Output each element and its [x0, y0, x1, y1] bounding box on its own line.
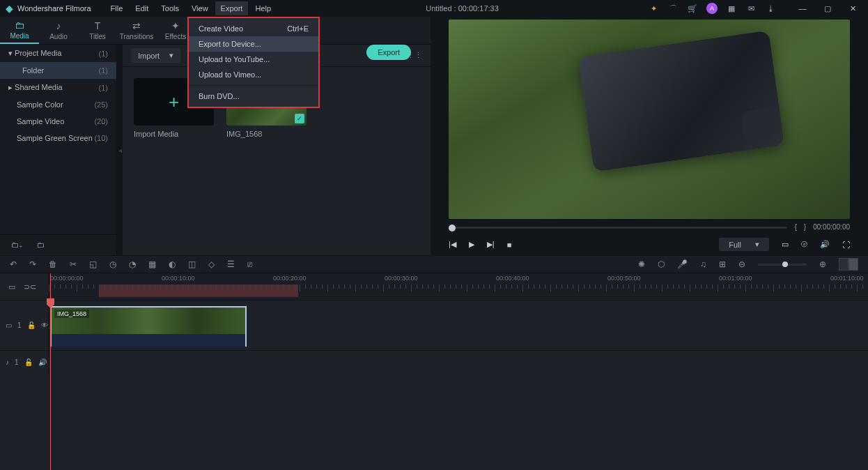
preview-video[interactable]	[449, 20, 850, 219]
video-track: ▭ 1 🔓 👁 IMG_1568	[0, 300, 868, 350]
timeline-menu-icon[interactable]: ▭	[8, 282, 15, 291]
timeline-toolbar: ↶ ↷ 🗑 ✂ ◱ ◷ ◔ ▦ ◐ ◫ ◇ ☰ ⎚ ✺ ⬡ 🎤 ♫ ⊞ ⊖ ⊕	[0, 255, 868, 273]
freeze-button[interactable]: ▦	[148, 259, 156, 269]
music-icon: ♪	[56, 20, 61, 31]
track-audio-icon: ♪	[6, 358, 9, 366]
render-button[interactable]: ✺	[638, 259, 645, 269]
zoom-out-button[interactable]: ⊖	[738, 259, 745, 269]
volume-icon[interactable]: 🔊	[820, 240, 830, 249]
menu-separator	[189, 85, 318, 86]
sidebar-sample-video[interactable]: Sample Video(20)	[0, 113, 116, 130]
download-icon[interactable]: ⭳	[765, 3, 776, 14]
play-button[interactable]: ▶	[469, 240, 474, 249]
menu-export[interactable]: Export	[215, 1, 249, 15]
export-dropdown: Create VideoCtrl+E Export to Device... U…	[187, 17, 320, 108]
export-to-device[interactable]: Export to Device...	[189, 36, 318, 52]
lock-icon[interactable]: 🔓	[27, 321, 36, 329]
audio-track: ♪ 1 🔓 🔊	[0, 350, 868, 374]
save-icon[interactable]: ▦	[726, 3, 737, 14]
tab-media[interactable]: 🗀Media	[0, 17, 39, 44]
user-avatar[interactable]: A	[706, 3, 718, 14]
audio-button[interactable]: ⎚	[247, 259, 252, 269]
delete-button[interactable]: 🗑	[49, 259, 57, 269]
import-dropdown[interactable]: Import▾	[131, 48, 180, 63]
prev-frame-button[interactable]: |◀	[449, 240, 456, 249]
detach-button[interactable]: ◫	[188, 259, 196, 269]
redo-button[interactable]: ↷	[29, 259, 36, 269]
preview-panel: { } 00:00:00:00 |◀ ▶ ▶| ■ Full▾ ▭ ⦾ 🔊 ⛶	[431, 17, 868, 255]
video-track-number: 1	[17, 321, 22, 329]
audio-track-number: 1	[15, 358, 19, 366]
undo-button[interactable]: ↶	[10, 259, 17, 269]
lightbulb-icon[interactable]: ✦	[648, 3, 659, 14]
fullscreen-icon[interactable]: ⛶	[842, 241, 850, 249]
headphones-icon[interactable]: ⌒	[667, 3, 679, 14]
settings-button[interactable]: ☰	[227, 259, 235, 269]
magnet-icon[interactable]: ⊃⊂	[24, 282, 36, 291]
menu-tools[interactable]: Tools	[155, 1, 185, 15]
effects-icon: ✦	[171, 20, 180, 31]
maximize-button[interactable]: ▢	[818, 0, 837, 17]
export-create-video[interactable]: Create VideoCtrl+E	[189, 21, 318, 36]
timeline-ruler[interactable]: 00:00:00:00 00:00:10:00 00:00:20:00 00:0…	[49, 273, 868, 300]
menu-file[interactable]: File	[105, 1, 129, 15]
tab-transitions[interactable]: ⇄Transitions	[117, 17, 156, 44]
folder-icon: 🗀	[15, 20, 24, 31]
snapshot-icon[interactable]: ⦾	[801, 240, 807, 249]
tab-titles[interactable]: TTitles	[78, 17, 117, 44]
menu-help[interactable]: Help	[249, 1, 277, 15]
menu-view[interactable]: View	[186, 1, 214, 15]
export-vimeo[interactable]: Upload to Vimeo...	[189, 67, 318, 82]
quality-icon[interactable]: ▭	[782, 240, 789, 249]
eye-icon[interactable]: 👁	[41, 321, 48, 329]
track-video-icon: ▭	[6, 321, 12, 329]
sidebar-sample-color[interactable]: Sample Color(25)	[0, 96, 116, 113]
text-icon: T	[95, 20, 101, 31]
keyframe-button[interactable]: ◇	[208, 259, 215, 269]
bracket-left[interactable]: {	[794, 223, 796, 231]
tab-audio[interactable]: ♪Audio	[39, 17, 78, 44]
clip-name: IMG_1568	[54, 310, 89, 318]
sidebar-sample-green-screen[interactable]: Sample Green Screen(10)	[0, 130, 116, 146]
next-frame-button[interactable]: ▶|	[487, 240, 495, 249]
timeline-clip[interactable]: IMG_1568	[50, 306, 247, 347]
new-folder-icon[interactable]: 🗀₊	[11, 241, 23, 250]
scrub-bar[interactable]	[449, 226, 787, 229]
preview-time: 00:00:00:00	[813, 223, 850, 231]
mute-icon[interactable]: 🔊	[38, 358, 47, 366]
lock-icon[interactable]: 🔓	[24, 358, 33, 366]
app-logo-icon: ◆	[6, 3, 13, 14]
mixer-button[interactable]: ♫	[700, 259, 706, 269]
speed-button[interactable]: ◷	[109, 259, 116, 269]
playhead[interactable]	[50, 273, 51, 470]
export-button[interactable]: Export	[366, 45, 411, 60]
menu-edit[interactable]: Edit	[130, 1, 154, 15]
stop-button[interactable]: ■	[507, 241, 512, 249]
add-track-button[interactable]: ⊞	[719, 259, 726, 269]
document-title: Untitled : 00:00:17:33	[277, 4, 648, 13]
layout-toggle[interactable]	[839, 258, 858, 271]
speed2-button[interactable]: ◔	[129, 259, 136, 269]
sidebar-shared-media[interactable]: ▸ Shared Media(1)	[0, 79, 116, 96]
sidebar-project-media[interactable]: ▾ Project Media(1)	[0, 45, 116, 62]
fit-dropdown[interactable]: Full▾	[719, 238, 769, 251]
cart-icon[interactable]: 🛒	[687, 3, 698, 14]
close-button[interactable]: ✕	[843, 0, 862, 17]
export-burn-dvd[interactable]: Burn DVD...	[189, 89, 318, 104]
marker-button[interactable]: ⬡	[658, 259, 665, 269]
minimize-button[interactable]: —	[793, 0, 812, 17]
folder-icon-2[interactable]: 🗀	[37, 241, 45, 250]
record-button[interactable]: 🎤	[677, 259, 688, 269]
sidebar-folder[interactable]: Folder(1)	[0, 62, 116, 79]
message-icon[interactable]: ✉	[745, 3, 757, 14]
cut-button[interactable]: ✂	[70, 259, 77, 269]
media-sidebar: ▾ Project Media(1) Folder(1) ▸ Shared Me…	[0, 45, 117, 255]
chevron-down-icon: ▾	[169, 51, 173, 60]
bracket-right[interactable]: }	[804, 223, 806, 231]
zoom-slider[interactable]	[758, 264, 807, 266]
splitter[interactable]: ◂	[117, 45, 123, 255]
crop-button[interactable]: ◱	[89, 259, 97, 269]
duration-button[interactable]: ◐	[169, 259, 176, 269]
zoom-in-button[interactable]: ⊕	[819, 259, 826, 269]
export-youtube[interactable]: Upload to YouTube...	[189, 52, 318, 67]
